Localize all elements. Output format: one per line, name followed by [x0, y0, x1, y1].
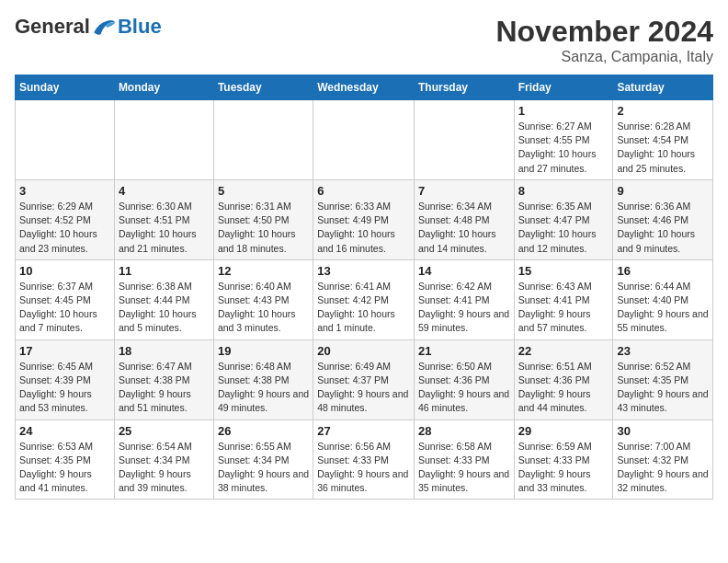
calendar-cell: 12Sunrise: 6:40 AM Sunset: 4:43 PM Dayli… [213, 259, 313, 339]
calendar-cell [16, 100, 115, 180]
day-number: 5 [218, 184, 309, 198]
calendar-cell: 18Sunrise: 6:47 AM Sunset: 4:38 PM Dayli… [114, 339, 213, 419]
calendar-cell: 28Sunrise: 6:58 AM Sunset: 4:33 PM Dayli… [414, 419, 514, 500]
calendar-table: SundayMondayTuesdayWednesdayThursdayFrid… [15, 75, 713, 500]
day-number: 6 [317, 184, 410, 198]
day-info: Sunrise: 6:35 AM Sunset: 4:47 PM Dayligh… [518, 200, 609, 256]
day-number: 12 [218, 264, 309, 278]
day-info: Sunrise: 6:48 AM Sunset: 4:38 PM Dayligh… [218, 360, 309, 416]
day-number: 9 [617, 184, 709, 198]
day-info: Sunrise: 6:41 AM Sunset: 4:42 PM Dayligh… [317, 280, 410, 336]
day-number: 7 [418, 184, 510, 198]
calendar-day-header: Wednesday [313, 75, 415, 100]
logo-bird-icon [92, 17, 118, 36]
calendar-cell: 6Sunrise: 6:33 AM Sunset: 4:49 PM Daylig… [313, 179, 415, 259]
day-info: Sunrise: 6:34 AM Sunset: 4:48 PM Dayligh… [418, 200, 510, 256]
day-info: Sunrise: 6:52 AM Sunset: 4:35 PM Dayligh… [617, 360, 709, 416]
calendar-cell [213, 100, 313, 180]
day-info: Sunrise: 6:30 AM Sunset: 4:51 PM Dayligh… [119, 200, 210, 256]
logo-blue-text: Blue [118, 15, 162, 39]
day-info: Sunrise: 6:58 AM Sunset: 4:33 PM Dayligh… [418, 440, 510, 496]
calendar-week-row: 24Sunrise: 6:53 AM Sunset: 4:35 PM Dayli… [16, 419, 713, 500]
day-info: Sunrise: 6:29 AM Sunset: 4:52 PM Dayligh… [19, 200, 110, 256]
calendar-cell: 17Sunrise: 6:45 AM Sunset: 4:39 PM Dayli… [16, 339, 115, 419]
calendar-cell [313, 100, 415, 180]
day-info: Sunrise: 6:50 AM Sunset: 4:36 PM Dayligh… [418, 360, 510, 416]
calendar-day-header: Monday [114, 75, 213, 100]
calendar-cell: 1Sunrise: 6:27 AM Sunset: 4:55 PM Daylig… [514, 100, 613, 180]
day-info: Sunrise: 6:27 AM Sunset: 4:55 PM Dayligh… [518, 120, 609, 176]
day-number: 2 [617, 104, 709, 118]
day-number: 14 [418, 264, 510, 278]
day-info: Sunrise: 6:31 AM Sunset: 4:50 PM Dayligh… [218, 200, 309, 256]
logo: General Blue [15, 15, 162, 39]
logo-general-text: General [15, 15, 90, 39]
day-number: 22 [518, 344, 609, 358]
calendar-cell: 7Sunrise: 6:34 AM Sunset: 4:48 PM Daylig… [414, 179, 514, 259]
day-info: Sunrise: 6:28 AM Sunset: 4:54 PM Dayligh… [617, 120, 709, 176]
day-info: Sunrise: 6:40 AM Sunset: 4:43 PM Dayligh… [218, 280, 309, 336]
day-info: Sunrise: 6:56 AM Sunset: 4:33 PM Dayligh… [317, 440, 410, 496]
day-number: 16 [617, 264, 709, 278]
day-info: Sunrise: 6:38 AM Sunset: 4:44 PM Dayligh… [119, 280, 210, 336]
calendar-cell: 24Sunrise: 6:53 AM Sunset: 4:35 PM Dayli… [16, 419, 115, 500]
day-number: 11 [119, 264, 210, 278]
day-number: 10 [19, 264, 110, 278]
calendar-cell: 25Sunrise: 6:54 AM Sunset: 4:34 PM Dayli… [114, 419, 213, 500]
day-number: 25 [119, 424, 210, 438]
day-number: 13 [317, 264, 410, 278]
calendar-cell: 9Sunrise: 6:36 AM Sunset: 4:46 PM Daylig… [613, 179, 713, 259]
calendar-cell: 20Sunrise: 6:49 AM Sunset: 4:37 PM Dayli… [313, 339, 415, 419]
calendar-cell: 5Sunrise: 6:31 AM Sunset: 4:50 PM Daylig… [213, 179, 313, 259]
day-number: 18 [119, 344, 210, 358]
calendar-cell: 16Sunrise: 6:44 AM Sunset: 4:40 PM Dayli… [613, 259, 713, 339]
day-info: Sunrise: 6:59 AM Sunset: 4:33 PM Dayligh… [518, 440, 609, 496]
calendar-cell: 15Sunrise: 6:43 AM Sunset: 4:41 PM Dayli… [514, 259, 613, 339]
day-number: 24 [19, 424, 110, 438]
day-number: 20 [317, 344, 410, 358]
day-number: 4 [119, 184, 210, 198]
day-number: 17 [19, 344, 110, 358]
day-number: 21 [418, 344, 510, 358]
calendar-cell: 13Sunrise: 6:41 AM Sunset: 4:42 PM Dayli… [313, 259, 415, 339]
day-info: Sunrise: 6:55 AM Sunset: 4:34 PM Dayligh… [218, 440, 309, 496]
calendar-cell: 10Sunrise: 6:37 AM Sunset: 4:45 PM Dayli… [16, 259, 115, 339]
calendar-week-row: 10Sunrise: 6:37 AM Sunset: 4:45 PM Dayli… [16, 259, 713, 339]
day-number: 26 [218, 424, 309, 438]
day-number: 19 [218, 344, 309, 358]
calendar-cell: 8Sunrise: 6:35 AM Sunset: 4:47 PM Daylig… [514, 179, 613, 259]
day-number: 28 [418, 424, 510, 438]
page-title: November 2024 [495, 15, 713, 49]
calendar-cell: 4Sunrise: 6:30 AM Sunset: 4:51 PM Daylig… [114, 179, 213, 259]
day-info: Sunrise: 6:44 AM Sunset: 4:40 PM Dayligh… [617, 280, 709, 336]
page-header: General Blue November 2024 Sanza, Campan… [15, 15, 713, 65]
day-info: Sunrise: 6:37 AM Sunset: 4:45 PM Dayligh… [19, 280, 110, 336]
calendar-day-header: Sunday [16, 75, 115, 100]
day-number: 27 [317, 424, 410, 438]
day-info: Sunrise: 6:42 AM Sunset: 4:41 PM Dayligh… [418, 280, 510, 336]
calendar-cell: 22Sunrise: 6:51 AM Sunset: 4:36 PM Dayli… [514, 339, 613, 419]
calendar-cell: 26Sunrise: 6:55 AM Sunset: 4:34 PM Dayli… [213, 419, 313, 500]
calendar-day-header: Thursday [414, 75, 514, 100]
day-number: 29 [518, 424, 609, 438]
page-subtitle: Sanza, Campania, Italy [495, 49, 713, 65]
day-info: Sunrise: 6:49 AM Sunset: 4:37 PM Dayligh… [317, 360, 410, 416]
day-info: Sunrise: 6:47 AM Sunset: 4:38 PM Dayligh… [119, 360, 210, 416]
day-info: Sunrise: 6:53 AM Sunset: 4:35 PM Dayligh… [19, 440, 110, 496]
calendar-cell [114, 100, 213, 180]
calendar-cell: 2Sunrise: 6:28 AM Sunset: 4:54 PM Daylig… [613, 100, 713, 180]
day-info: Sunrise: 6:54 AM Sunset: 4:34 PM Dayligh… [119, 440, 210, 496]
calendar-day-header: Tuesday [213, 75, 313, 100]
day-number: 3 [19, 184, 110, 198]
calendar-week-row: 17Sunrise: 6:45 AM Sunset: 4:39 PM Dayli… [16, 339, 713, 419]
calendar-cell: 29Sunrise: 6:59 AM Sunset: 4:33 PM Dayli… [514, 419, 613, 500]
calendar-cell: 27Sunrise: 6:56 AM Sunset: 4:33 PM Dayli… [313, 419, 415, 500]
calendar-cell: 3Sunrise: 6:29 AM Sunset: 4:52 PM Daylig… [16, 179, 115, 259]
day-number: 30 [617, 424, 709, 438]
calendar-cell: 19Sunrise: 6:48 AM Sunset: 4:38 PM Dayli… [213, 339, 313, 419]
calendar-cell: 23Sunrise: 6:52 AM Sunset: 4:35 PM Dayli… [613, 339, 713, 419]
day-info: Sunrise: 6:45 AM Sunset: 4:39 PM Dayligh… [19, 360, 110, 416]
day-number: 8 [518, 184, 609, 198]
day-info: Sunrise: 6:43 AM Sunset: 4:41 PM Dayligh… [518, 280, 609, 336]
calendar-header-row: SundayMondayTuesdayWednesdayThursdayFrid… [16, 75, 713, 100]
